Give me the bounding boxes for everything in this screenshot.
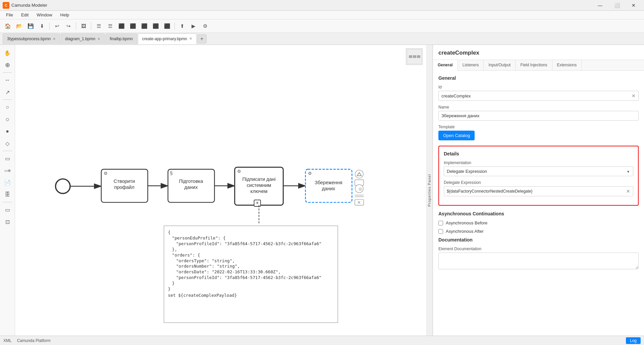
implementation-select[interactable]: Delegate Expression Java Class Expressio… bbox=[444, 166, 633, 176]
toolbar-b2[interactable]: ☰ bbox=[105, 21, 115, 31]
tab-close-diagram1[interactable]: ✕ bbox=[97, 37, 100, 41]
tool-arrows[interactable]: ↔ bbox=[2, 75, 13, 85]
xml-toggle[interactable]: XML bbox=[3, 338, 12, 343]
menu-edit[interactable]: Edit bbox=[18, 11, 32, 18]
svg-text:+: + bbox=[256, 200, 259, 206]
element-doc-textarea[interactable] bbox=[438, 253, 639, 269]
toolbar-open[interactable]: 📂 bbox=[14, 21, 24, 31]
app-icon-text: C bbox=[5, 3, 7, 7]
open-catalog-button[interactable]: Open Catalog bbox=[438, 131, 475, 140]
svg-text:Створити: Створити bbox=[114, 179, 135, 184]
tab-diagram1[interactable]: diagram_1.bpmn ✕ bbox=[61, 33, 105, 44]
props-tab-general[interactable]: General bbox=[433, 60, 458, 71]
svg-text:{: { bbox=[168, 230, 171, 235]
svg-text:}: } bbox=[168, 286, 171, 291]
tab-finalbp[interactable]: finalbp.bpmn bbox=[105, 33, 137, 44]
svg-text:"orders": {: "orders": { bbox=[172, 253, 200, 258]
props-panel-tabs: General Listeners Input/Output Field Inj… bbox=[433, 60, 644, 71]
tab-add-button[interactable]: + bbox=[197, 34, 207, 44]
tool-event-filled[interactable]: ● bbox=[2, 126, 13, 137]
props-tab-input-output[interactable]: Input/Output bbox=[484, 60, 516, 70]
tab-3typessubprocess[interactable]: 3typessubprocess.bpmn ✕ bbox=[3, 33, 60, 44]
titlebar: C Camunda Modeler — ⬜ ✕ bbox=[0, 0, 644, 11]
tool-data-store[interactable]: 🗄 bbox=[2, 189, 13, 200]
left-toolbar: ✋ ⊕ ↔ ↗ ○ ○ ● ◇ ▭ ▭⊕ 📄 🗄 ▭ ⊡ bbox=[0, 45, 15, 336]
svg-text:даних: даних bbox=[322, 186, 336, 191]
canvas[interactable]: ⚙ Створити профайл § Підготовка даних ⚙ … bbox=[15, 45, 426, 336]
props-tab-field-injections[interactable]: Field Injections bbox=[516, 60, 552, 70]
tabs-bar: 3typessubprocess.bpmn ✕ diagram_1.bpmn ✕… bbox=[0, 33, 644, 45]
documentation-section-title: Documentation bbox=[438, 237, 639, 243]
svg-text:✕: ✕ bbox=[358, 200, 361, 205]
sep1 bbox=[49, 22, 50, 30]
tool-subprocess[interactable]: ▭⊕ bbox=[2, 165, 13, 176]
svg-text:"ordersType": "string",: "ordersType": "string", bbox=[176, 258, 235, 263]
id-input[interactable] bbox=[441, 93, 632, 98]
svg-text:ключем: ключем bbox=[251, 189, 268, 194]
lt-sep2 bbox=[3, 99, 12, 100]
sep4 bbox=[174, 22, 175, 30]
toolbar-play[interactable]: ▶ bbox=[189, 21, 199, 31]
tool-lasso[interactable]: ⊡ bbox=[2, 216, 13, 227]
name-input[interactable] bbox=[441, 113, 636, 118]
svg-point-4 bbox=[56, 179, 70, 193]
svg-text:§: § bbox=[170, 170, 173, 176]
app-icon: C bbox=[3, 2, 9, 9]
toolbar-save[interactable]: 💾 bbox=[25, 21, 36, 31]
close-button[interactable]: ✕ bbox=[626, 0, 641, 11]
sep3 bbox=[91, 22, 91, 30]
toolbar-b4[interactable]: ⬛ bbox=[128, 21, 138, 31]
props-content: General Id ✕ Name Template Open Catalog … bbox=[433, 71, 644, 336]
properties-panel: createComplex General Listeners Input/Ou… bbox=[433, 45, 644, 336]
minimize-button[interactable]: — bbox=[592, 0, 608, 11]
menubar: File Edit Window Help bbox=[0, 11, 644, 19]
tool-gateway[interactable]: ◇ bbox=[2, 138, 13, 149]
tool-pool[interactable]: ▭ bbox=[2, 204, 13, 215]
menu-help[interactable]: Help bbox=[57, 11, 73, 18]
tool-event-start-empty[interactable]: ○ bbox=[2, 102, 13, 113]
async-after-checkbox[interactable] bbox=[438, 229, 443, 234]
toolbar-home[interactable]: 🏠 bbox=[3, 21, 13, 31]
tool-annotation[interactable]: 📄 bbox=[2, 177, 13, 188]
tool-marquee[interactable]: ⊕ bbox=[2, 60, 13, 70]
tab-close-3types[interactable]: ✕ bbox=[53, 37, 56, 41]
toolbar-settings[interactable]: ⚙ bbox=[200, 21, 210, 31]
tool-task-rect[interactable]: ▭ bbox=[2, 153, 13, 164]
tab-label: diagram_1.bpmn bbox=[65, 37, 95, 41]
menu-window[interactable]: Window bbox=[33, 11, 55, 18]
implementation-label: Implementation bbox=[444, 160, 633, 165]
delegate-expression-input[interactable] bbox=[447, 189, 626, 194]
menu-file[interactable]: File bbox=[3, 11, 16, 18]
toolbar-deploy[interactable]: ⬆ bbox=[177, 21, 187, 31]
restore-button[interactable]: ⬜ bbox=[609, 0, 625, 11]
delegate-expression-clear[interactable]: ✕ bbox=[626, 189, 630, 194]
toolbar-undo[interactable]: ↩ bbox=[52, 21, 62, 31]
log-button[interactable]: Log bbox=[626, 337, 641, 344]
toolbar-b1[interactable]: ☰ bbox=[94, 21, 104, 31]
delegate-expression-label: Delegate Expression bbox=[444, 180, 633, 185]
svg-text:Збереження: Збереження bbox=[315, 180, 342, 185]
toolbar-redo[interactable]: ↪ bbox=[63, 21, 73, 31]
toolbar-b5[interactable]: ⬛ bbox=[139, 21, 149, 31]
svg-text:Підписати дані: Підписати дані bbox=[242, 177, 275, 182]
tool-event-thick[interactable]: ○ bbox=[2, 114, 13, 125]
svg-text:даних: даних bbox=[184, 185, 198, 190]
tool-arrow-up[interactable]: ↗ bbox=[2, 87, 13, 97]
svg-text:}: } bbox=[172, 281, 175, 286]
tab-create-app-primary[interactable]: create-app-primary.bpmn ✕ bbox=[138, 33, 197, 44]
toolbar-b7[interactable]: ⬛ bbox=[162, 21, 172, 31]
main-area: ✋ ⊕ ↔ ↗ ○ ○ ● ◇ ▭ ▭⊕ 📄 🗄 ▭ ⊡ bbox=[0, 45, 644, 336]
toolbar-save-as[interactable]: ⬇ bbox=[37, 21, 47, 31]
lt-sep1 bbox=[3, 72, 12, 73]
tool-hand[interactable]: ✋ bbox=[2, 48, 13, 58]
tab-close-primary[interactable]: ✕ bbox=[189, 37, 192, 41]
toolbar-b3[interactable]: ⬛ bbox=[116, 21, 126, 31]
async-before-row: Asynchronous Before bbox=[438, 220, 639, 225]
props-tab-listeners[interactable]: Listeners bbox=[458, 60, 484, 70]
async-before-checkbox[interactable] bbox=[438, 221, 443, 225]
svg-text:set ${createComplexPayload}: set ${createComplexPayload} bbox=[168, 293, 237, 298]
props-tab-extensions[interactable]: Extensions bbox=[552, 60, 582, 70]
toolbar-b6[interactable]: ⬛ bbox=[151, 21, 161, 31]
toolbar-image[interactable]: 🖼 bbox=[78, 21, 89, 31]
id-clear-btn[interactable]: ✕ bbox=[632, 93, 636, 98]
